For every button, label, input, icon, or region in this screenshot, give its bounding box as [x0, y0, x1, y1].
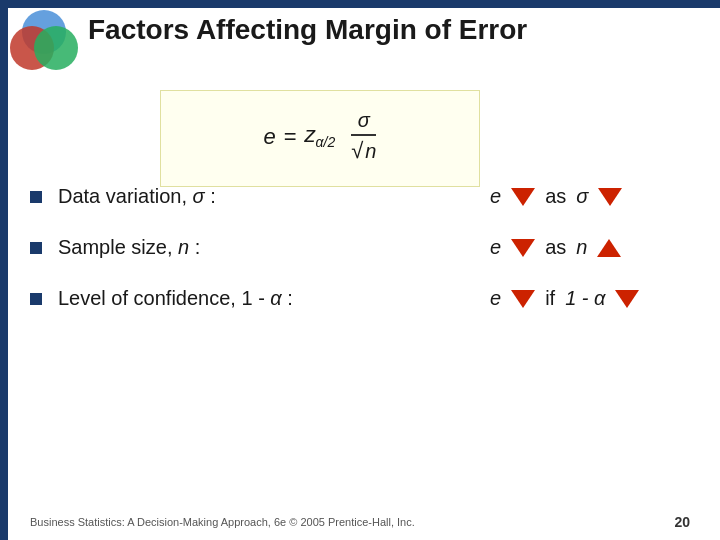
result-label-1: as [545, 185, 566, 208]
bullets-container: Data variation, σ : e as σ Sample size, … [30, 185, 690, 338]
sqrt-symbol: √ [351, 138, 363, 164]
bullet-row-2: Sample size, n : e as n [30, 236, 690, 259]
decorative-circles [10, 10, 80, 70]
bullet-result-2: e as n [490, 236, 690, 259]
bullet-row-1: Data variation, σ : e as σ [30, 185, 690, 208]
arrow-down-1 [511, 188, 535, 206]
top-bar [0, 0, 720, 8]
result-var-2: n [576, 236, 587, 259]
formula-equals: = [284, 124, 297, 150]
result-var-3: 1 - α [565, 287, 605, 310]
bullet-square-1 [30, 191, 42, 203]
footer: Business Statistics: A Decision-Making A… [30, 514, 690, 530]
bullet-result-3: e if 1 - α [490, 287, 690, 310]
bullet-text-1: Data variation, σ : [58, 185, 470, 208]
result-e-1: e [490, 185, 501, 208]
formula-e: e [264, 124, 276, 150]
formula-box: e = zα/2 σ √n [160, 90, 480, 187]
left-bar [0, 0, 8, 540]
result-var-1: σ [576, 185, 588, 208]
bullet-square-3 [30, 293, 42, 305]
arrow-down-3 [511, 290, 535, 308]
result-e-2: e [490, 236, 501, 259]
arrow-down-1b [598, 188, 622, 206]
formula-z: zα/2 [305, 122, 336, 150]
result-label-3: if [545, 287, 555, 310]
result-e-3: e [490, 287, 501, 310]
bullet-row-3: Level of confidence, 1 - α : e if 1 - α [30, 287, 690, 310]
arrow-up-2 [597, 239, 621, 257]
bullet-text-3: Level of confidence, 1 - α : [58, 287, 470, 310]
page-title: Factors Affecting Margin of Error [88, 14, 527, 46]
denom-n: n [365, 140, 376, 163]
bullet-square-2 [30, 242, 42, 254]
bullet-result-1: e as σ [490, 185, 690, 208]
result-label-2: as [545, 236, 566, 259]
formula-fraction: σ √n [351, 109, 376, 164]
footer-citation: Business Statistics: A Decision-Making A… [30, 516, 415, 528]
fraction-denominator: √n [351, 136, 376, 164]
arrow-down-2 [511, 239, 535, 257]
fraction-numerator: σ [351, 109, 376, 136]
slide: Factors Affecting Margin of Error e = zα… [0, 0, 720, 540]
formula-subscript: α/2 [316, 135, 336, 151]
arrow-down-3b [615, 290, 639, 308]
footer-page: 20 [674, 514, 690, 530]
circle-green [34, 26, 78, 70]
bullet-text-2: Sample size, n : [58, 236, 470, 259]
formula: e = zα/2 σ √n [264, 109, 377, 164]
